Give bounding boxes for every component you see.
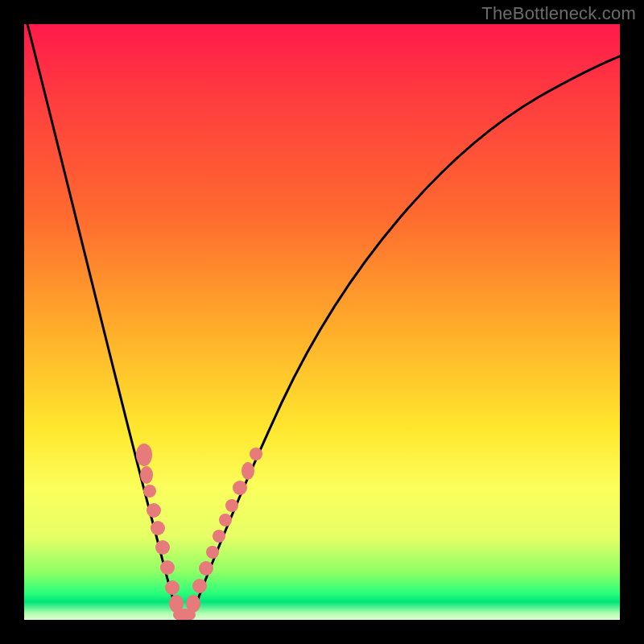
bottleneck-curve xyxy=(27,24,620,616)
svg-point-6 xyxy=(160,560,175,575)
svg-point-0 xyxy=(136,444,152,466)
svg-point-1 xyxy=(140,466,153,484)
svg-point-15 xyxy=(219,514,232,526)
svg-point-12 xyxy=(199,561,213,576)
svg-point-18 xyxy=(242,462,254,480)
watermark-text: TheBottleneck.com xyxy=(481,3,636,24)
svg-point-17 xyxy=(233,481,247,495)
svg-point-11 xyxy=(192,579,207,593)
svg-point-16 xyxy=(225,499,238,512)
svg-point-10 xyxy=(186,595,200,613)
plot-area xyxy=(24,24,620,620)
svg-point-19 xyxy=(250,448,262,460)
chart-frame: TheBottleneck.com xyxy=(0,0,644,644)
svg-point-7 xyxy=(165,580,180,595)
curve-layer xyxy=(24,24,620,620)
svg-point-13 xyxy=(206,546,219,559)
svg-point-14 xyxy=(213,530,225,543)
svg-point-3 xyxy=(147,503,161,518)
svg-point-2 xyxy=(143,485,156,497)
svg-point-4 xyxy=(151,521,165,535)
svg-point-5 xyxy=(155,540,170,555)
